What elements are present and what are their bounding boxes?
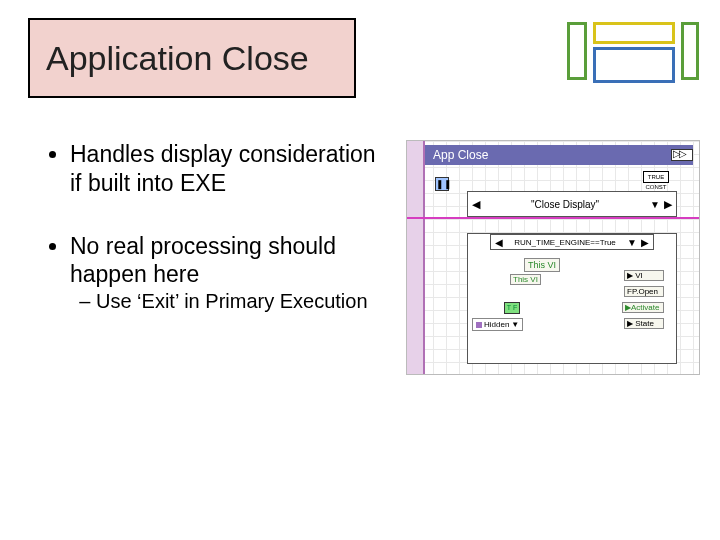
chevron-down-icon: ▼ xyxy=(650,199,660,210)
case-selector-inner: ◀ RUN_TIME_ENGINE==True ▼ ▶ xyxy=(490,234,654,250)
list-item: Use ‘Exit’ in Primary Execution xyxy=(96,289,384,314)
case-structure-inner: ◀ RUN_TIME_ENGINE==True ▼ ▶ This VI This… xyxy=(467,233,677,364)
chip-yellow xyxy=(593,22,675,44)
true-constant: TRUE CONST xyxy=(643,171,669,183)
vi-property-node: ▶ VI xyxy=(624,270,664,281)
chip-green-left xyxy=(567,22,587,80)
state-node: ▶ State xyxy=(624,318,664,329)
next-frame-icon xyxy=(671,149,693,161)
chevron-left-icon: ◀ xyxy=(495,237,503,248)
boolean-constant: T F xyxy=(504,302,520,314)
pause-icon: ❚❚ xyxy=(435,177,449,191)
case-label: "Close Display" xyxy=(484,199,646,210)
enum-swatch-icon xyxy=(476,322,482,328)
chip-green-right xyxy=(681,22,699,80)
bullet-text: No real processing should happen here xyxy=(70,233,336,288)
hidden-enum-node: Hidden ▼ xyxy=(472,318,523,331)
chevron-right-icon: ▶ xyxy=(664,198,672,211)
bullet-text: Use ‘Exit’ in Primary Execution xyxy=(96,290,368,312)
corner-chips xyxy=(567,22,702,94)
bullet-list: Handles display consideration if built i… xyxy=(44,140,384,510)
list-item: No real processing should happen here Us… xyxy=(70,232,384,315)
fp-open-node: FP.Open xyxy=(624,286,664,297)
labview-diagram: App Close TRUE CONST ❚❚ ◀ "Close Display… xyxy=(406,140,700,375)
error-wire xyxy=(407,217,699,219)
case-selector-outer: ◀ "Close Display" ▼ ▶ xyxy=(467,191,677,217)
activate-node: ▶Activate xyxy=(622,302,664,313)
slide-body: Handles display consideration if built i… xyxy=(44,140,700,510)
hidden-label: Hidden xyxy=(484,320,509,329)
chevron-down-icon: ▼ xyxy=(511,320,519,329)
list-item: Handles display consideration if built i… xyxy=(70,140,384,198)
bullet-text: Handles display consideration if built i… xyxy=(70,141,376,196)
chevron-down-icon: ▼ xyxy=(627,237,637,248)
chip-blue xyxy=(593,47,675,83)
diagram-header-label: App Close xyxy=(433,148,488,162)
this-vi-node: This VI xyxy=(524,258,560,272)
slide-title-box: Application Close xyxy=(28,18,356,98)
diagram-header: App Close xyxy=(425,145,693,165)
slide-title: Application Close xyxy=(46,39,309,78)
chevron-right-icon: ▶ xyxy=(641,237,649,248)
sequence-rail xyxy=(407,141,425,374)
case-body: This VI This VI ▶ VI FP.Open ▶Activate ▶… xyxy=(468,252,676,363)
chevron-left-icon: ◀ xyxy=(472,198,480,211)
case-label: RUN_TIME_ENGINE==True xyxy=(507,238,623,247)
this-vi-ref-node: This VI xyxy=(510,274,541,285)
